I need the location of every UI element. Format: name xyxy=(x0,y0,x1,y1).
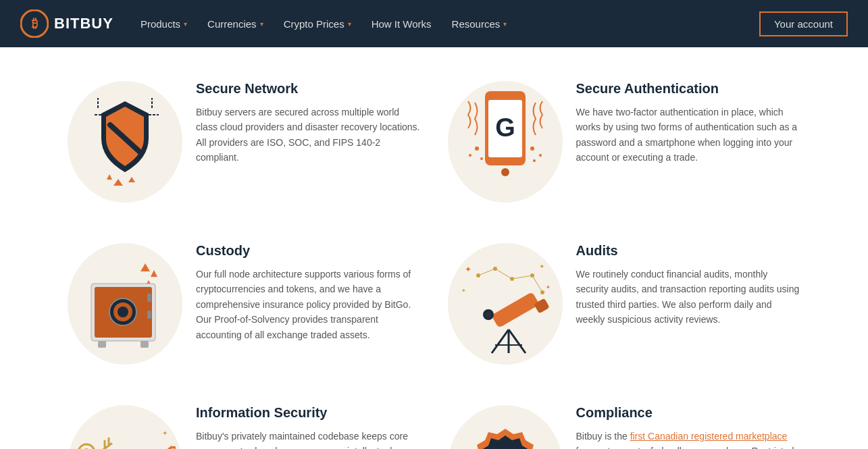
info-security-image: ✦ ✦ PASSWORD xyxy=(68,405,182,449)
svg-point-27 xyxy=(118,307,128,317)
svg-marker-9 xyxy=(107,174,112,180)
secure-auth-text: Secure Authentication We have two-factor… xyxy=(576,81,801,165)
info-security-title: Information Security xyxy=(196,405,421,421)
svg-rect-30 xyxy=(98,341,106,348)
svg-text:✦: ✦ xyxy=(162,429,168,437)
svg-line-48 xyxy=(492,329,509,353)
nav-how-it-works[interactable]: How It Works xyxy=(372,18,432,30)
compliance-text: Compliance Bitbuy is the first Canadian … xyxy=(576,405,801,449)
nav-currencies[interactable]: Currencies ▾ xyxy=(207,18,263,30)
feature-compliance: ★ Compliance Bitbuy is the first Canadia… xyxy=(434,385,815,449)
navbar: ₿ BITBUY Products ▾ Currencies ▾ Crypto … xyxy=(0,0,868,47)
svg-rect-46 xyxy=(491,291,540,327)
compliance-desc: Bitbuy is the first Canadian registered … xyxy=(576,429,801,449)
audits-text: Audits We routinely conduct financial au… xyxy=(576,243,801,327)
feature-info-security: ✦ ✦ PASSWORD Information Security Bitbuy… xyxy=(54,385,434,449)
custody-desc: Our full node architecture supports vari… xyxy=(196,267,421,342)
svg-marker-21 xyxy=(151,270,157,277)
nav-products[interactable]: Products ▾ xyxy=(141,18,187,30)
svg-point-19 xyxy=(533,159,536,162)
svg-text:₿: ₿ xyxy=(32,17,38,30)
nav-resources[interactable]: Resources ▾ xyxy=(452,18,507,30)
info-security-desc: Bitbuy's privately maintained codebase k… xyxy=(196,429,421,449)
svg-text:✦: ✦ xyxy=(465,265,471,274)
nav-crypto-prices[interactable]: Crypto Prices ▾ xyxy=(284,18,351,30)
logo[interactable]: ₿ BITBUY xyxy=(20,9,113,38)
svg-text:G: G xyxy=(495,113,515,142)
svg-point-16 xyxy=(480,157,483,160)
custody-title: Custody xyxy=(196,243,421,259)
compliance-image: ★ xyxy=(448,405,563,449)
svg-rect-28 xyxy=(147,294,151,302)
secure-auth-image: G xyxy=(448,81,563,203)
svg-point-18 xyxy=(539,154,542,157)
secure-auth-title: Secure Authentication xyxy=(576,81,801,97)
feature-secure-auth: G Secure Authentication We have two-fact… xyxy=(434,61,815,223)
feature-secure-network: Secure Network Bitbuy servers are secure… xyxy=(54,61,434,223)
svg-point-14 xyxy=(475,147,479,151)
svg-marker-8 xyxy=(128,177,135,182)
svg-line-44 xyxy=(512,275,532,279)
svg-point-15 xyxy=(469,154,471,157)
secure-network-title: Secure Network xyxy=(196,81,421,97)
secure-network-image xyxy=(68,81,182,203)
svg-rect-31 xyxy=(141,341,149,348)
svg-marker-7 xyxy=(113,179,123,186)
svg-text:✦: ✦ xyxy=(539,263,544,270)
features-grid: Secure Network Bitbuy servers are secure… xyxy=(0,47,868,449)
svg-line-45 xyxy=(532,275,542,292)
audits-image: ✦ ✦ ✦ ✦ ✦ xyxy=(448,243,563,365)
chevron-down-icon: ▾ xyxy=(503,20,507,28)
svg-rect-29 xyxy=(147,311,151,319)
secure-network-text: Secure Network Bitbuy servers are secure… xyxy=(196,81,421,165)
chevron-down-icon: ▾ xyxy=(348,20,351,28)
svg-marker-20 xyxy=(141,263,150,271)
feature-custody: Custody Our full node architecture suppo… xyxy=(54,223,434,385)
audits-title: Audits xyxy=(576,243,801,259)
info-security-text: Information Security Bitbuy's privately … xyxy=(196,405,421,449)
svg-text:✦: ✦ xyxy=(461,288,466,294)
compliance-title: Compliance xyxy=(576,405,801,421)
svg-line-42 xyxy=(478,269,495,275)
nav-menu: Products ▾ Currencies ▾ Crypto Prices ▾ … xyxy=(141,18,759,30)
audits-desc: We routinely conduct financial audits, m… xyxy=(576,267,801,327)
svg-point-57 xyxy=(78,444,95,449)
feature-audits: ✦ ✦ ✦ ✦ ✦ xyxy=(434,223,815,385)
custody-image xyxy=(68,243,182,365)
svg-point-13 xyxy=(501,168,509,176)
account-button[interactable]: Your account xyxy=(759,11,848,36)
secure-auth-desc: We have two-factor authentication in pla… xyxy=(576,105,801,165)
chevron-down-icon: ▾ xyxy=(260,20,263,28)
svg-line-43 xyxy=(495,269,512,279)
logo-text: BITBUY xyxy=(54,15,113,32)
svg-line-50 xyxy=(509,329,526,353)
secure-network-desc: Bitbuy servers are secured across multip… xyxy=(196,105,421,165)
svg-point-53 xyxy=(485,311,492,318)
custody-text: Custody Our full node architecture suppo… xyxy=(196,243,421,342)
svg-text:✦: ✦ xyxy=(546,284,551,290)
chevron-down-icon: ▾ xyxy=(184,20,187,28)
first-canadian-link[interactable]: first Canadian registered marketplace xyxy=(630,431,788,442)
svg-point-17 xyxy=(530,147,534,151)
